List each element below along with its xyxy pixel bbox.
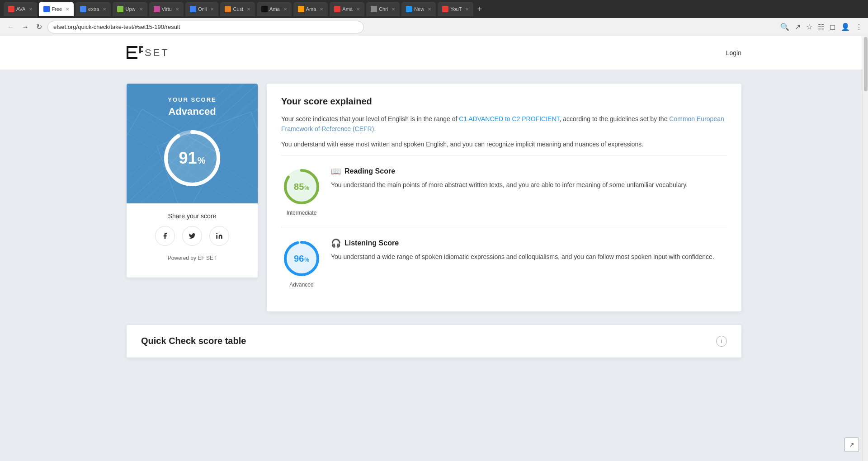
svg-rect-6 xyxy=(139,51,143,52)
tab-ama1[interactable]: Ama ✕ xyxy=(257,2,292,16)
quick-check-title: Quick Check score table xyxy=(141,336,246,346)
book-icon: 📖 xyxy=(331,166,341,176)
tab-favicon-virtu xyxy=(154,6,160,12)
tab-close-ama1[interactable]: ✕ xyxy=(283,7,287,12)
twitter-share-button[interactable] xyxy=(182,226,202,246)
score-explanation: Your score explained Your score indicate… xyxy=(267,84,741,311)
tab-label-free: Free xyxy=(52,6,62,12)
url-bar[interactable] xyxy=(47,21,364,33)
new-tab-button[interactable]: + xyxy=(475,5,484,14)
tab-ama2[interactable]: Ama ✕ xyxy=(293,2,328,16)
tab-close-ama2[interactable]: ✕ xyxy=(320,7,323,12)
tab-favicon-chri xyxy=(371,6,377,12)
listening-title-row: 🎧 Listening Score xyxy=(331,238,727,248)
back-button[interactable]: ← xyxy=(5,23,16,31)
tab-youtube[interactable]: YouT ✕ xyxy=(438,2,473,16)
tab-close-chri[interactable]: ✕ xyxy=(392,7,395,12)
score-circle-text: 91% xyxy=(179,149,206,168)
tab-label-chri: Chri xyxy=(379,6,388,12)
tab-label-ama3: Ama xyxy=(342,6,353,12)
logo-set-text: SET xyxy=(145,47,170,59)
tab-close-youtube[interactable]: ✕ xyxy=(465,7,469,12)
tab-onli[interactable]: Onli ✕ xyxy=(185,2,219,16)
tab-label-youtube: YouT xyxy=(450,6,462,12)
tab-favicon-ama1 xyxy=(261,6,268,12)
reading-score-section: 85% Intermediate 📖 Reading Score You und… xyxy=(281,155,727,227)
listening-circle-wrap: 96% Advanced xyxy=(281,238,322,288)
tab-close-upw[interactable]: ✕ xyxy=(139,7,143,12)
tab-label-new: New xyxy=(414,6,424,12)
reading-score-text: 85% xyxy=(294,181,309,192)
facebook-share-button[interactable] xyxy=(155,226,175,246)
linkedin-share-button[interactable] xyxy=(209,226,229,246)
tab-favicon-upw xyxy=(117,6,123,12)
tab-close-free[interactable]: ✕ xyxy=(66,7,69,12)
login-link[interactable]: Login xyxy=(726,49,741,56)
reload-button[interactable]: ↻ xyxy=(34,23,44,31)
para1-highlight: C1 ADVANCED to C2 PROFICIENT xyxy=(459,115,559,122)
listening-score-section: 96% Advanced 🎧 Listening Score You under… xyxy=(281,227,727,299)
reading-score-value: 85 xyxy=(294,181,304,192)
score-card-top: YOUR SCORE Advanced 91% xyxy=(127,84,258,203)
site-header: SET Login xyxy=(0,36,868,70)
svg-rect-2 xyxy=(127,52,136,53)
svg-point-21 xyxy=(216,233,217,234)
tab-close-virtu[interactable]: ✕ xyxy=(175,7,179,12)
extensions-icon[interactable]: ☷ xyxy=(818,23,824,31)
reading-circle-wrap: 85% Intermediate xyxy=(281,166,322,216)
reading-level: Intermediate xyxy=(287,210,317,216)
tab-close-new[interactable]: ✕ xyxy=(428,7,431,12)
tab-free[interactable]: Free ✕ xyxy=(39,2,74,16)
share-icon[interactable]: ↗ xyxy=(795,23,801,31)
address-bar-row: ← → ↻ 🔍 ↗ ☆ ☷ ◻ 👤 ⋮ xyxy=(0,18,868,36)
reading-title: Reading Score xyxy=(344,167,395,175)
share-section: Share your score xyxy=(127,203,258,278)
tab-favicon-youtube xyxy=(442,6,448,12)
forward-button[interactable]: → xyxy=(20,23,31,31)
tab-favicon-new xyxy=(406,6,412,12)
svg-rect-20 xyxy=(216,235,217,239)
bookmark-icon[interactable]: ☆ xyxy=(806,23,812,31)
search-icon[interactable]: 🔍 xyxy=(780,23,789,31)
reading-title-row: 📖 Reading Score xyxy=(331,166,727,176)
para1-pre: Your score indicates that your level of … xyxy=(281,115,459,122)
info-icon[interactable]: i xyxy=(716,336,727,347)
svg-rect-5 xyxy=(139,46,141,53)
score-card: YOUR SCORE Advanced 91% xyxy=(127,84,258,278)
tab-extra[interactable]: extra ✕ xyxy=(75,2,111,16)
reading-info: 📖 Reading Score You understand the main … xyxy=(331,166,727,190)
share-buttons xyxy=(136,226,249,246)
tab-close-ama3[interactable]: ✕ xyxy=(356,7,360,12)
scrollbar[interactable] xyxy=(863,36,868,461)
tab-favicon-free xyxy=(43,6,50,12)
site-logo: SET xyxy=(127,45,170,61)
tab-favicon-onli xyxy=(190,6,196,12)
tab-ava[interactable]: AVA ✕ xyxy=(4,2,37,16)
tab-favicon-ama2 xyxy=(298,6,304,12)
tab-new[interactable]: New ✕ xyxy=(401,2,436,16)
bottom-teaser: Quick Check score table i xyxy=(127,325,741,358)
twitter-icon xyxy=(189,232,196,240)
tab-label-onli: Onli xyxy=(198,6,207,12)
tab-close-extra[interactable]: ✕ xyxy=(103,7,106,12)
scrollbar-thumb[interactable] xyxy=(864,37,868,91)
window-icon[interactable]: ◻ xyxy=(830,23,835,31)
tab-label-virtu: Virtu xyxy=(162,6,172,12)
reading-circle: 85% xyxy=(281,166,322,207)
tab-label-ama2: Ama xyxy=(306,6,316,12)
tab-virtu[interactable]: Virtu ✕ xyxy=(149,2,184,16)
tab-upw[interactable]: Upw ✕ xyxy=(113,2,147,16)
tab-chri[interactable]: Chri ✕ xyxy=(366,2,400,16)
score-explained-title: Your score explained xyxy=(281,96,727,107)
tab-ama3[interactable]: Ama ✕ xyxy=(330,2,364,16)
tab-close-onli[interactable]: ✕ xyxy=(210,7,214,12)
menu-icon[interactable]: ⋮ xyxy=(855,23,863,31)
listening-info: 🎧 Listening Score You understand a wide … xyxy=(331,238,727,262)
expand-icon[interactable]: ↗ xyxy=(844,437,859,452)
tab-label-ava: AVA xyxy=(16,6,25,12)
tab-close-cust[interactable]: ✕ xyxy=(247,7,250,12)
profile-icon[interactable]: 👤 xyxy=(841,23,850,31)
tab-cust[interactable]: Cust ✕ xyxy=(220,2,255,16)
listening-circle: 96% xyxy=(281,238,322,279)
tab-close-ava[interactable]: ✕ xyxy=(29,7,33,12)
